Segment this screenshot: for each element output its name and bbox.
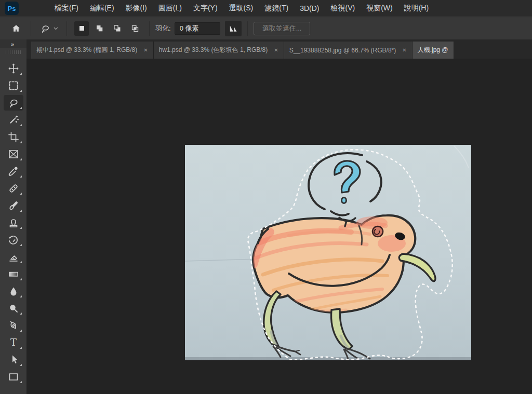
tool-history-brush[interactable] (0, 231, 26, 248)
tab-label: 期中1.psd @ 33.3% (橢圓 1, RGB/8) (36, 46, 137, 55)
tool-clone-stamp[interactable] (0, 214, 26, 231)
move-tool-icon (7, 62, 20, 75)
tool-options-bar: 羽化: 選取並遮住... (0, 17, 532, 39)
menu-file[interactable]: 檔案(F) (49, 0, 84, 17)
marquee-tool-icon (7, 79, 20, 92)
tool-dodge[interactable] (0, 300, 26, 317)
tab-document-3[interactable]: S__193888258.jpg @ 66.7% (RGB/8*) ✕ (284, 42, 413, 59)
tool-lasso[interactable] (0, 94, 26, 111)
tool-crop[interactable] (0, 128, 26, 145)
chevron-down-icon (54, 27, 58, 30)
tools-panel: » (0, 39, 26, 394)
tool-quick-selection[interactable] (0, 111, 26, 128)
tool-gradient[interactable] (0, 265, 26, 282)
add-to-selection-icon (95, 24, 104, 33)
menu-3d[interactable]: 3D(D) (294, 0, 325, 17)
eyedropper-tool-icon (7, 165, 20, 178)
tab-document-1[interactable]: 期中1.psd @ 33.3% (橢圓 1, RGB/8) ✕ (31, 42, 154, 59)
close-icon[interactable]: ✕ (143, 47, 148, 53)
clone-stamp-tool-icon (7, 216, 20, 229)
tool-frame[interactable] (0, 145, 26, 162)
pen-tool-icon (7, 319, 20, 332)
document-tab-bar: 期中1.psd @ 33.3% (橢圓 1, RGB/8) ✕ hw1.psd … (26, 39, 532, 59)
menu-bar: Ps 檔案(F) 編輯(E) 影像(I) 圖層(L) 文字(Y) 選取(S) 濾… (0, 0, 532, 17)
home-icon (11, 23, 21, 34)
gradient-tool-icon (7, 268, 20, 280)
healing-brush-tool-icon (7, 182, 20, 195)
lasso-icon (39, 23, 51, 34)
tool-eyedropper[interactable] (0, 162, 26, 180)
menu-type[interactable]: 文字(Y) (188, 0, 223, 17)
tool-list: T (0, 60, 26, 385)
tool-eraser[interactable] (0, 248, 26, 265)
tab-document-2[interactable]: hw1.psd @ 33.3% (色彩填色 1, RGB/8) ✕ (154, 42, 284, 59)
path-selection-tool-icon (7, 354, 20, 366)
add-to-selection-button[interactable] (92, 21, 107, 36)
type-tool-icon: T (7, 336, 20, 349)
menu-filter[interactable]: 濾鏡(T) (259, 0, 294, 17)
subtract-from-selection-button[interactable] (110, 21, 124, 36)
tool-rectangular-marquee[interactable] (0, 77, 26, 94)
photoshop-window: Ps 檔案(F) 編輯(E) 影像(I) 圖層(L) 文字(Y) 選取(S) 濾… (0, 0, 532, 394)
history-brush-tool-icon (7, 234, 20, 246)
menu-view[interactable]: 檢視(V) (325, 0, 361, 17)
canvas-pasteboard[interactable] (26, 59, 532, 394)
separator (247, 21, 248, 36)
feather-input[interactable] (175, 22, 220, 35)
separator (66, 21, 67, 36)
tool-preset-picker[interactable] (37, 21, 61, 36)
document-canvas[interactable] (185, 145, 471, 360)
tool-horizontal-type[interactable]: T (0, 334, 26, 351)
intersect-selection-button[interactable] (127, 21, 142, 36)
anti-alias-toggle[interactable] (225, 21, 242, 36)
blur-tool-icon (7, 285, 20, 297)
tool-pen[interactable] (0, 317, 26, 334)
close-icon[interactable]: ✕ (402, 47, 406, 53)
separator (149, 21, 150, 36)
intersect-selection-icon (130, 24, 139, 33)
menu-help[interactable]: 說明(H) (398, 0, 434, 17)
tab-label: 人機.jpg @ (418, 46, 448, 55)
toolbar-collapse-button[interactable]: » (0, 39, 26, 48)
home-button[interactable] (7, 21, 25, 36)
close-icon[interactable]: ✕ (274, 47, 278, 53)
menu-window[interactable]: 視窗(W) (361, 0, 398, 17)
tool-blur[interactable] (0, 282, 26, 300)
tool-brush[interactable] (0, 197, 26, 214)
svg-text:T: T (10, 337, 16, 348)
eraser-tool-icon (7, 251, 20, 263)
document-area: 期中1.psd @ 33.3% (橢圓 1, RGB/8) ✕ hw1.psd … (26, 39, 532, 394)
toolbar-grip[interactable] (6, 50, 21, 54)
crop-tool-icon (7, 131, 20, 143)
workspace: » (0, 39, 532, 394)
separator (31, 21, 31, 36)
dodge-tool-icon (7, 302, 20, 315)
tool-spot-healing-brush[interactable] (0, 180, 26, 197)
brush-tool-icon (7, 199, 20, 212)
tab-label: S__193888258.jpg @ 66.7% (RGB/8*) (289, 47, 396, 54)
subtract-from-selection-icon (113, 24, 122, 33)
rectangle-tool-icon (7, 371, 20, 383)
quick-selection-tool-icon (7, 114, 20, 126)
select-and-mask-button[interactable]: 選取並遮住... (254, 22, 311, 35)
new-selection-icon (77, 24, 86, 33)
menu-select[interactable]: 選取(S) (223, 0, 259, 17)
tool-move[interactable] (0, 60, 26, 77)
lasso-tool-icon (7, 97, 20, 109)
anti-alias-icon (228, 23, 238, 34)
feather-label: 羽化: (155, 24, 171, 33)
tool-rectangle[interactable] (0, 368, 26, 385)
new-selection-button[interactable] (74, 21, 89, 36)
photoshop-logo-icon: Ps (5, 2, 19, 15)
menu-layer[interactable]: 圖層(L) (153, 0, 188, 17)
tab-label: hw1.psd @ 33.3% (色彩填色 1, RGB/8) (159, 46, 268, 55)
menu-image[interactable]: 影像(I) (120, 0, 153, 17)
menu-edit[interactable]: 編輯(E) (84, 0, 120, 17)
tab-document-4[interactable]: 人機.jpg @ (413, 42, 454, 59)
tool-path-selection[interactable] (0, 351, 26, 368)
frame-tool-icon (7, 148, 20, 160)
